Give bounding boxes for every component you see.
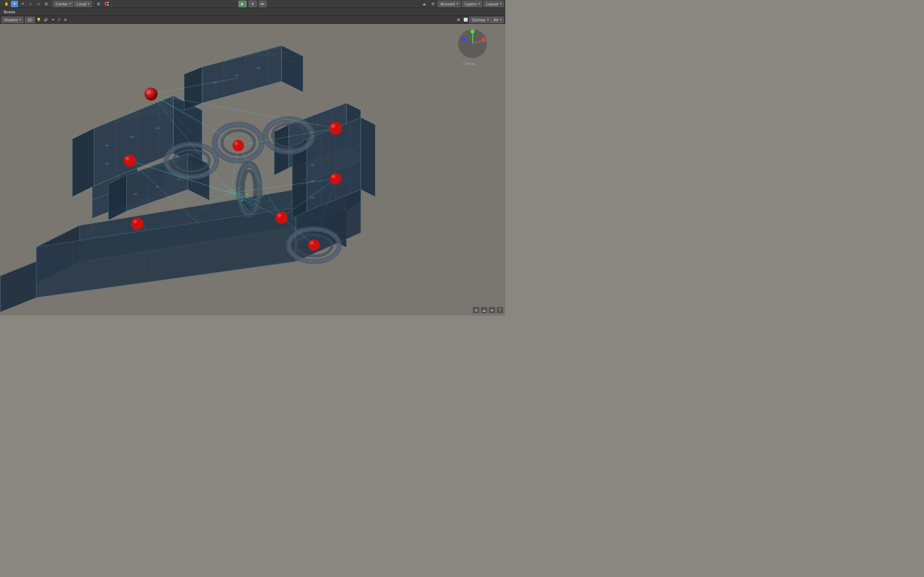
bottom-icons: ⚙ ☁ ★ ? [473,307,503,313]
transform-tool[interactable]: ⊞ [43,1,50,7]
svg-text:1M: 1M [310,164,314,167]
svg-point-206 [146,90,150,94]
coord-mode-dropdown[interactable]: Local [74,1,92,7]
red-sphere-8 [308,239,320,251]
layout-dropdown[interactable]: Layout [484,1,504,7]
shaded-dropdown[interactable]: Shaded [2,16,23,23]
svg-point-211 [329,122,342,135]
svg-point-194 [233,192,234,193]
red-sphere-4 [329,122,342,135]
svg-point-205 [144,88,157,101]
effects-icon[interactable]: ✦ [50,16,57,23]
aspect-icon[interactable]: ⬜ [462,16,469,23]
red-sphere-6 [275,211,288,224]
svg-point-200 [241,200,242,201]
layout-label: Layout [486,2,498,6]
svg-point-202 [229,191,230,192]
red-sphere-5 [330,173,341,184]
settings-icon[interactable]: ⚙ [473,307,479,313]
grid-tool[interactable]: ⊞ [95,1,102,7]
sound-icon[interactable]: 🔊 [42,16,50,23]
pivot-mode-dropdown[interactable]: Center [53,1,73,7]
rect-tool[interactable]: ▭ [35,1,42,7]
scene-label: Scene [2,10,17,14]
scene-toolbar: Scene [0,8,505,16]
layers-label: Layers [465,2,477,6]
svg-text:X: X [482,38,484,42]
top-toolbar: ✋ ✛ ↺ ⤢ ▭ ⊞ Center Local ⊞ 🧲 ▶ ⏸ ⏭ ☁ ⚙ A… [0,0,505,8]
svg-marker-78 [184,67,202,110]
account-dropdown[interactable]: Account [438,1,460,7]
svg-text:1M: 1M [105,162,109,165]
step-button[interactable]: ⏭ [259,1,267,7]
cloud-icon[interactable]: ☁ [481,307,487,313]
svg-point-199 [231,197,232,198]
svg-point-216 [278,213,281,217]
all-dropdown[interactable]: All [491,16,504,23]
svg-text:1M: 1M [234,74,239,77]
coord-mode-label: Local [76,2,86,6]
svg-marker-61 [73,128,94,197]
layer-count: 0 [57,18,62,22]
red-sphere-1 [144,88,157,101]
red-sphere-7 [131,218,143,230]
svg-text:1M: 1M [177,178,181,181]
svg-point-220 [310,241,313,245]
svg-point-213 [330,173,341,184]
help-icon[interactable]: ? [497,307,503,313]
tool-group-main: ✋ ✛ ↺ ⤢ ▭ ⊞ [2,1,52,7]
red-sphere-2 [123,155,136,167]
settings-icon[interactable]: ⚙ [429,1,436,7]
snap-tool[interactable]: 🧲 [103,1,110,7]
svg-marker-119 [361,118,375,197]
svg-text:Y: Y [472,30,473,34]
pivot-group: Center Local [52,1,94,7]
svg-point-203 [234,201,235,203]
svg-point-207 [123,155,136,167]
layers-dropdown[interactable]: Layers [462,1,482,7]
svg-point-197 [247,193,248,195]
hand-tool[interactable]: ✋ [3,1,10,7]
red-sphere-3 [233,140,244,152]
pivot-mode-label: Center [56,2,68,6]
gizmos-dropdown[interactable]: Gizmos [469,16,491,23]
layer-icon[interactable]: ⊛ [62,16,69,23]
rotate-tool[interactable]: ↺ [19,1,26,7]
2d-toggle[interactable]: 2D [25,16,35,23]
gizmos-label: Gizmos [472,18,485,22]
move-tool[interactable]: ✛ [11,1,18,7]
svg-point-208 [125,157,129,161]
pause-button[interactable]: ⏸ [249,1,257,7]
collab-icon[interactable]: ☁ [420,1,428,7]
misc-tools: ⊞ 🧲 [94,1,112,7]
scale-tool[interactable]: ⤢ [27,1,34,7]
svg-point-201 [250,190,251,191]
svg-text:1M: 1M [310,180,314,183]
svg-point-217 [131,218,143,230]
svg-point-209 [233,140,244,152]
star-icon[interactable]: ★ [489,307,495,313]
svg-text:1M: 1M [130,135,134,139]
play-controls: ▶ ⏸ ⏭ [239,1,267,7]
svg-point-219 [308,239,320,251]
light-icon[interactable]: 💡 [35,16,42,23]
svg-point-212 [331,124,335,128]
right-controls: ☁ ⚙ Account Layers Layout [420,1,504,7]
svg-point-195 [238,195,239,197]
svg-text:1M: 1M [155,127,159,130]
scene-viewport[interactable]: 1M 1M 1M 1M 1M 1M 1M [0,24,505,316]
svg-point-196 [242,191,243,192]
maximize-icon[interactable]: ⊠ [455,16,462,23]
svg-text:< Persp: < Persp [462,62,475,66]
svg-point-218 [133,220,137,223]
svg-point-214 [332,174,335,178]
svg-text:1M: 1M [134,193,137,195]
all-label: All [494,18,498,22]
svg-point-198 [237,198,238,200]
svg-point-215 [275,211,288,224]
account-label: Account [440,2,455,6]
play-button[interactable]: ▶ [239,1,247,7]
svg-text:1M: 1M [105,144,109,147]
svg-text:1M: 1M [256,66,260,69]
svg-text:Z: Z [461,37,463,41]
